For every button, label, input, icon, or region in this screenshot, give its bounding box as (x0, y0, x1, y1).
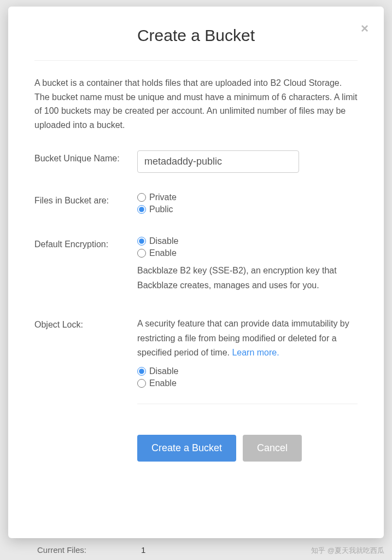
object-lock-row: Object Lock: A security feature that can… (34, 317, 358, 404)
privacy-private-radio[interactable] (137, 193, 146, 202)
encryption-disable-option[interactable]: Disable (137, 236, 358, 246)
encryption-enable-label: Enable (149, 248, 177, 258)
objectlock-enable-radio[interactable] (137, 379, 146, 388)
bucket-name-label: Bucket Unique Name: (34, 150, 137, 164)
privacy-public-radio[interactable] (137, 205, 146, 214)
close-icon[interactable]: × (361, 22, 368, 35)
encryption-enable-radio[interactable] (137, 249, 146, 258)
object-lock-divider (137, 404, 358, 404)
files-privacy-label: Files in Bucket are: (34, 192, 137, 206)
modal-buttons: Create a Bucket Cancel (137, 435, 358, 462)
encryption-row: Default Encryption: Disable Enable Backb… (34, 236, 358, 297)
objectlock-enable-label: Enable (149, 378, 177, 388)
privacy-private-label: Private (149, 192, 177, 202)
modal-description: A bucket is a container that holds files… (34, 76, 358, 132)
learn-more-link[interactable]: Learn more. (232, 348, 279, 357)
encryption-disable-label: Disable (149, 236, 178, 246)
bg-current-files-value: 1 (141, 545, 145, 555)
objectlock-disable-label: Disable (149, 366, 178, 376)
privacy-public-option[interactable]: Public (137, 205, 358, 214)
modal-title: Create a Bucket (34, 26, 358, 45)
encryption-help: Backblaze B2 key (SSE-B2), an encryption… (137, 264, 358, 293)
watermark: 知乎 @夏天我就吃西瓜 (311, 546, 384, 556)
title-divider (34, 60, 358, 61)
object-lock-help: A security feature that can provide data… (137, 317, 358, 360)
encryption-label: Default Encryption: (34, 236, 137, 249)
bucket-name-row: Bucket Unique Name: (34, 150, 358, 173)
cancel-button[interactable]: Cancel (243, 435, 302, 462)
bg-current-files-label: Current Files: (37, 545, 86, 555)
files-privacy-row: Files in Bucket are: Private Public (34, 192, 358, 217)
create-bucket-button[interactable]: Create a Bucket (137, 435, 236, 462)
privacy-public-label: Public (149, 205, 173, 214)
objectlock-disable-option[interactable]: Disable (137, 366, 358, 376)
objectlock-disable-radio[interactable] (137, 367, 146, 376)
bucket-name-input[interactable] (137, 150, 299, 173)
object-lock-label: Object Lock: (34, 317, 137, 330)
privacy-private-option[interactable]: Private (137, 192, 358, 202)
bg-current-files: Current Files: 1 (37, 545, 145, 555)
encryption-enable-option[interactable]: Enable (137, 248, 358, 258)
create-bucket-modal: × Create a Bucket A bucket is a containe… (8, 7, 384, 538)
encryption-disable-radio[interactable] (137, 237, 146, 246)
objectlock-enable-option[interactable]: Enable (137, 378, 358, 388)
